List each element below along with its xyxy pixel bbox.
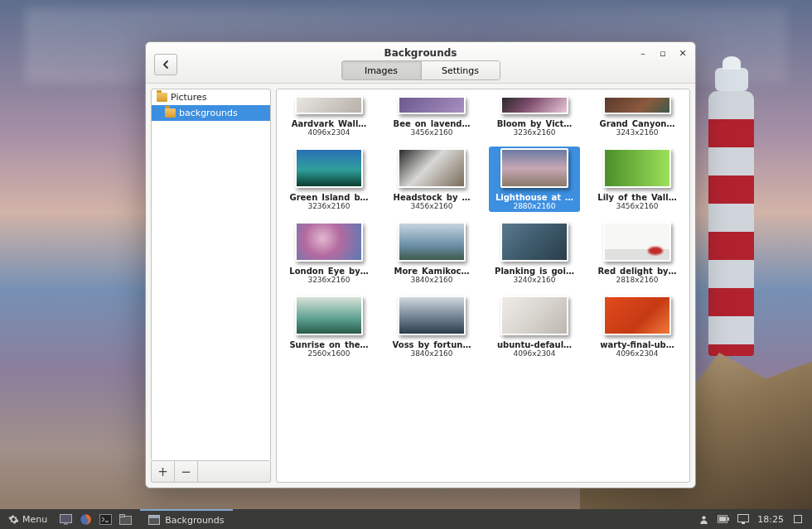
thumbnail-dimensions: 4096x2304: [616, 349, 658, 358]
tray-user-icon[interactable]: [698, 513, 709, 525]
thumbnail-item[interactable]: Bloom_by_Vict…3236x2160: [489, 94, 580, 138]
thumbnail-name: More_Kamikoc…: [394, 267, 469, 276]
window-icon: [148, 515, 160, 525]
folder-tree: Picturesbackgrounds: [151, 89, 271, 461]
thumbnail-name: Sunrise_on_the…: [289, 340, 368, 349]
maximize-button[interactable]: ▫: [659, 49, 667, 57]
svg-rect-0: [60, 514, 71, 522]
thumbnail-item[interactable]: Headstock_by_…3456x2160: [386, 147, 477, 212]
thumbnail-dimensions: 2818x2160: [616, 276, 658, 284]
thumbnail-dimensions: 3240x2160: [513, 276, 555, 284]
thumbnail-item[interactable]: ubuntu-defaul…4096x2304: [489, 294, 580, 359]
thumbnail-image: [295, 148, 363, 188]
thumbnail-item[interactable]: More_Kamikoc…3840x2160: [386, 220, 477, 286]
back-button[interactable]: [154, 54, 177, 75]
tray-monitor-icon[interactable]: [737, 513, 749, 525]
remove-folder-button[interactable]: −: [175, 461, 198, 482]
thumbnail-dimensions: 2560x1600: [307, 349, 350, 358]
folder-label: backgrounds: [179, 108, 238, 118]
svg-rect-10: [738, 515, 749, 522]
thumbnail-image: [398, 222, 466, 262]
svg-rect-9: [719, 517, 726, 522]
thumbnail-dimensions: 3236x2160: [307, 202, 350, 210]
taskbar: Menu Backgrounds 18:25: [0, 509, 812, 529]
clock[interactable]: 18:25: [757, 514, 784, 525]
thumbnail-dimensions: 3456x2160: [616, 202, 658, 210]
minimize-button[interactable]: –: [639, 49, 647, 57]
thumbnail-name: Bloom_by_Vict…: [497, 119, 573, 128]
thumbnail-name: London_Eye_by…: [289, 267, 368, 276]
launcher-desktop[interactable]: [56, 509, 75, 529]
start-menu-label: Menu: [22, 514, 47, 525]
launcher-files[interactable]: [115, 509, 135, 529]
user-icon: [698, 514, 709, 525]
monitor-icon: [737, 514, 749, 524]
battery-icon: [718, 515, 729, 523]
backgrounds-window: Backgrounds Images Settings – ▫ ✕ Pictur…: [145, 41, 696, 488]
thumbnail-item[interactable]: Red_delight_by…2818x2160: [592, 220, 683, 286]
tab-group: Images Settings: [341, 60, 500, 80]
thumbnail-item[interactable]: warty-final-ub…4096x2304: [592, 294, 683, 359]
thumbnail-item[interactable]: Sunrise_on_the…2560x1600: [283, 294, 375, 359]
thumbnail-image: [295, 96, 363, 114]
tab-images[interactable]: Images: [342, 61, 421, 79]
thumbnail-name: Voss_by_fortun…: [393, 340, 471, 349]
thumbnail-name: ubuntu-defaul…: [497, 340, 572, 349]
window-controls: – ▫ ✕: [639, 49, 687, 57]
thumbnail-item[interactable]: Voss_by_fortun…3840x2160: [386, 294, 477, 359]
thumbnail-name: Bee_on_lavend…: [394, 119, 471, 128]
folder-icon: [165, 108, 176, 118]
thumbnail-image: [398, 96, 466, 114]
tray-session-icon[interactable]: [792, 513, 804, 525]
power-icon: [793, 514, 803, 524]
terminal-icon: [99, 514, 112, 525]
folder-item-backgrounds[interactable]: backgrounds: [152, 105, 270, 121]
svg-rect-12: [795, 516, 802, 523]
thumbnail-item[interactable]: Planking_is_goi…3240x2160: [489, 220, 580, 286]
launcher-terminal[interactable]: [95, 509, 115, 529]
close-button[interactable]: ✕: [679, 49, 687, 57]
firefox-icon: [80, 513, 92, 526]
svg-rect-8: [727, 517, 729, 521]
thumbnail-image: [500, 222, 568, 262]
thumbnail-pane[interactable]: Aardvark_Wall…4096x2304Bee_on_lavend…345…: [276, 89, 690, 483]
thumbnail-name: warty-final-ub…: [600, 340, 674, 349]
svg-rect-3: [99, 514, 111, 524]
thumbnail-dimensions: 3456x2160: [410, 202, 452, 210]
thumbnail-item[interactable]: London_Eye_by…3236x2160: [283, 220, 375, 286]
thumbnail-image: [603, 148, 671, 188]
tray-battery-icon[interactable]: [718, 513, 729, 525]
tab-settings[interactable]: Settings: [421, 61, 500, 79]
window-title: Backgrounds: [146, 47, 695, 59]
quick-launch: [56, 509, 135, 529]
thumbnail-item[interactable]: Lily_of_the_Vall…3456x2160: [592, 147, 683, 212]
thumbnail-dimensions: 3840x2160: [410, 349, 452, 358]
taskbar-task-backgrounds[interactable]: Backgrounds: [140, 509, 232, 529]
chevron-left-icon: [162, 60, 170, 69]
thumbnail-item[interactable]: Lighthouse_at_…2880x2160: [489, 147, 580, 212]
desktop-lighthouse: [708, 91, 754, 356]
thumbnail-image: [603, 222, 671, 262]
thumbnail-dimensions: 3840x2160: [410, 276, 452, 284]
thumbnail-dimensions: 3236x2160: [307, 276, 350, 284]
thumbnail-item[interactable]: Aardvark_Wall…4096x2304: [283, 94, 375, 138]
thumbnail-name: Aardvark_Wall…: [292, 119, 367, 128]
thumbnail-dimensions: 2880x2160: [513, 202, 555, 210]
sidebar: Picturesbackgrounds + −: [151, 89, 271, 483]
folder-label: Pictures: [171, 92, 207, 103]
svg-rect-5: [119, 514, 124, 517]
thumbnail-dimensions: 4096x2304: [513, 349, 555, 358]
files-icon: [119, 514, 132, 525]
thumbnail-item[interactable]: Grand_Canyon…3243x2160: [592, 94, 683, 138]
thumbnail-image: [500, 96, 568, 114]
system-tray: 18:25: [689, 509, 812, 529]
thumbnail-name: Grand_Canyon…: [600, 119, 675, 128]
launcher-firefox[interactable]: [75, 509, 95, 529]
thumbnail-item[interactable]: Bee_on_lavend…3456x2160: [386, 94, 477, 138]
add-folder-button[interactable]: +: [152, 461, 175, 482]
thumbnail-item[interactable]: Green_Island_b…3236x2160: [283, 147, 375, 212]
titlebar[interactable]: Backgrounds Images Settings – ▫ ✕: [146, 42, 695, 84]
folder-item-pictures[interactable]: Pictures: [152, 89, 270, 105]
start-menu-button[interactable]: Menu: [0, 509, 56, 529]
svg-rect-11: [742, 522, 745, 524]
